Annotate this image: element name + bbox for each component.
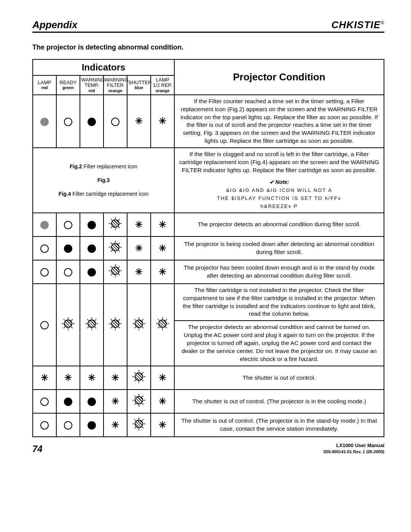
svg-line-14 [118, 243, 120, 244]
warn-temp-icon [80, 236, 104, 260]
lamp-icon [33, 413, 56, 437]
col-shutter: SHUTTERblue [127, 75, 151, 95]
warn-temp-icon [80, 284, 104, 366]
svg-line-13 [118, 250, 120, 252]
condition-text: The projector detects an abnormal condit… [174, 321, 384, 366]
condition-text: If the Filter counter reached a time set… [174, 95, 384, 148]
svg-line-23 [111, 274, 112, 275]
condition-text: The projector has been cooled down enoug… [174, 260, 384, 284]
svg-line-78 [142, 396, 143, 397]
svg-line-31 [64, 327, 65, 328]
svg-line-39 [87, 327, 89, 328]
svg-line-79 [134, 403, 136, 405]
warn-temp-icon: ✳ [80, 366, 104, 390]
svg-line-29 [71, 327, 73, 328]
brand-logo: CHKISTIE® [331, 19, 384, 31]
shutter-icon [127, 366, 151, 390]
lamp-rep-icon: ✳ [151, 366, 174, 390]
projector-condition-header: Projector Condition [174, 59, 384, 95]
warn-filter-icon: ✳ [104, 366, 127, 390]
svg-line-87 [134, 427, 136, 428]
page-number: 74 [32, 444, 43, 454]
warn-filter-icon [104, 260, 127, 284]
svg-line-21 [118, 274, 120, 275]
warn-temp-icon [80, 390, 104, 413]
warn-filter-icon [104, 284, 127, 366]
lamp-rep-icon: ✳ [151, 260, 174, 284]
ready-icon: ✳ [56, 366, 80, 390]
condition-text: The projector is being cooled down after… [174, 236, 384, 260]
appendix-heading: Appendix [32, 19, 77, 31]
ready-icon [56, 390, 80, 413]
doc-info: LX1000 User Manual 020-000141-01 Rev. 1 … [323, 443, 384, 454]
svg-line-47 [111, 327, 112, 328]
svg-line-22 [118, 266, 120, 268]
indicators-header: Indicators [33, 59, 174, 75]
warn-temp-icon [80, 213, 104, 236]
lamp-icon [33, 236, 56, 260]
svg-line-86 [142, 419, 143, 421]
shutter-icon: ✳ [127, 213, 151, 236]
lamp-icon [33, 95, 56, 148]
lamp-icon [33, 390, 56, 413]
condition-text: The filter cartridge is not installed in… [174, 284, 384, 321]
svg-line-7 [111, 227, 112, 228]
svg-line-71 [134, 380, 136, 381]
ready-icon [56, 213, 80, 236]
condition-text: The shutter is out of control. (The proj… [174, 390, 384, 413]
warn-filter-icon [104, 95, 127, 148]
condition-text: The shutter is out of control. (The proj… [174, 413, 384, 437]
warn-temp-icon [80, 413, 104, 437]
svg-line-45 [118, 327, 120, 328]
lamp-rep-icon [151, 284, 174, 366]
col-lamp-rep: LAMP 1/2 REP.orange [151, 75, 174, 95]
svg-line-55 [134, 327, 136, 328]
svg-line-38 [95, 319, 96, 321]
svg-line-37 [95, 327, 96, 328]
ready-icon [56, 413, 80, 437]
warn-filter-icon [104, 236, 127, 260]
shutter-icon [127, 413, 151, 437]
lamp-icon [33, 213, 56, 236]
lamp-icon [33, 260, 56, 284]
lamp-rep-icon: ✳ [151, 236, 174, 260]
svg-line-69 [142, 380, 143, 381]
condition-text: The shutter is out of control. [174, 366, 384, 390]
ready-icon [56, 95, 80, 148]
svg-line-15 [111, 250, 112, 252]
svg-line-70 [142, 372, 143, 374]
shutter-icon [127, 390, 151, 413]
shutter-icon: ✳ [127, 236, 151, 260]
warn-filter-icon [104, 213, 127, 236]
condition-text-b: If the filter is clogged and no scroll i… [174, 148, 384, 212]
warn-filter-icon: ✳ [104, 390, 127, 413]
warn-temp-icon [80, 95, 104, 148]
figure-refs: Fig.2 Filter replacement icon Fig.3 Fig.… [33, 148, 174, 212]
svg-line-30 [71, 319, 73, 321]
col-lamp: LAMPred [33, 75, 56, 95]
svg-line-46 [118, 319, 120, 321]
shutter-icon: ✳ [127, 260, 151, 284]
shutter-icon [127, 284, 151, 366]
indicator-table: Indicators Projector Condition LAMPred R… [32, 59, 384, 437]
svg-line-62 [166, 319, 167, 321]
svg-line-53 [142, 327, 143, 328]
shutter-icon: ✳ [127, 95, 151, 148]
lamp-rep-icon: ✳ [151, 413, 174, 437]
col-warn-temp: WARNING TEMP.red [80, 75, 104, 95]
lamp-rep-icon: ✳ [151, 390, 174, 413]
lamp-icon: ✳ [33, 366, 56, 390]
svg-line-85 [142, 427, 143, 428]
svg-line-54 [142, 319, 143, 321]
lamp-rep-icon: ✳ [151, 95, 174, 148]
svg-line-63 [158, 327, 159, 328]
col-ready: READYgreen [56, 75, 80, 95]
svg-line-5 [118, 227, 120, 228]
svg-line-6 [118, 219, 120, 220]
svg-line-61 [166, 327, 167, 328]
lamp-icon [33, 284, 56, 366]
ready-icon [56, 260, 80, 284]
subtitle: The projector is detecting abnormal cond… [32, 43, 384, 51]
condition-text: The projector detects an abnormal condit… [174, 213, 384, 236]
col-warn-filter: WARNING FILTERorange [104, 75, 127, 95]
